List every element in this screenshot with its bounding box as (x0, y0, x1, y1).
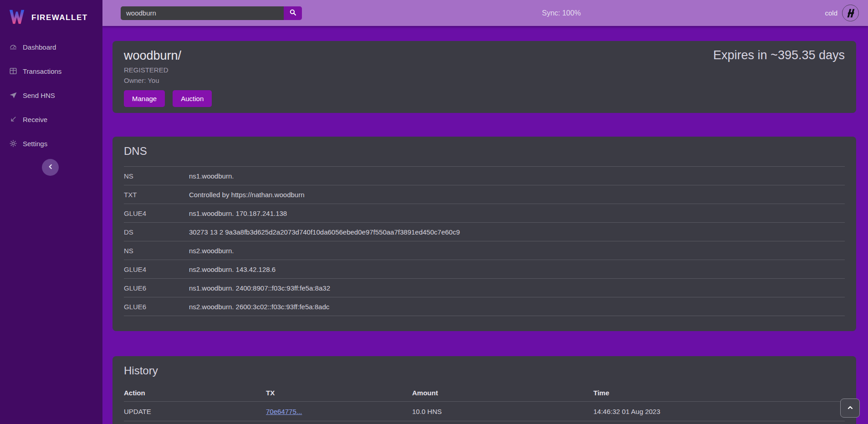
history-time: 14:46:32 01 Aug 2023 (593, 408, 845, 415)
dns-record-type: NS (124, 247, 189, 255)
history-row: UPDATE 70e64775... 10.0 HNS 14:46:32 01 … (124, 402, 845, 421)
history-title: History (124, 364, 845, 377)
domain-card-left: woodburn/ REGISTERED Owner: You Manage A… (124, 48, 212, 106)
wallet-name: cold (825, 9, 837, 17)
domain-expiry: Expires in ~395.35 days (713, 48, 845, 106)
brand-name: FIREWALLET (31, 13, 88, 22)
topbar-right: cold (825, 5, 859, 21)
dns-title: DNS (124, 145, 845, 158)
firewallet-logo-icon (8, 8, 26, 27)
dns-record-type: TXT (124, 191, 189, 199)
topbar: Sync: 100% cold (102, 0, 868, 26)
gear-icon (9, 139, 17, 148)
dns-record-type: GLUE6 (124, 303, 189, 311)
dns-record-value: ns2.woodburn. 2600:3c02::f03c:93ff:fe5a:… (189, 303, 845, 311)
dns-record-type: DS (124, 228, 189, 236)
history-col-tx: TX (266, 389, 412, 397)
dns-record-row: NS ns1.woodburn. (124, 167, 845, 185)
dns-card: DNS NS ns1.woodburn. TXT Controlled by h… (112, 137, 856, 331)
sidebar-collapse-button[interactable] (42, 159, 59, 176)
dns-record-type: NS (124, 172, 189, 180)
history-header-row: Action TX Amount Time (124, 384, 845, 402)
search-input[interactable] (121, 6, 284, 20)
domain-status: REGISTERED (124, 66, 212, 74)
dns-record-row: DS 30273 13 2 9a3a8fb3d625d2a2073d740f10… (124, 223, 845, 241)
dns-record-type: GLUE4 (124, 266, 189, 273)
handshake-logo-icon[interactable] (842, 5, 859, 21)
sidebar-item-label: Receive (23, 116, 47, 123)
sidebar-nav: Dashboard Transactions Send HNS (0, 40, 102, 150)
history-table: Action TX Amount Time UPDATE 70e64775...… (124, 384, 845, 424)
search-icon (289, 8, 297, 18)
sidebar: FIREWALLET Dashboard Transactions (0, 0, 102, 424)
history-col-time: Time (593, 389, 845, 397)
domain-card: woodburn/ REGISTERED Owner: You Manage A… (112, 41, 856, 113)
history-row: RENEW d76e2c4... 10.0 HNS 15:47:22 07 Ju… (124, 421, 845, 424)
dns-record-value: ns1.woodburn. 170.187.241.138 (189, 209, 845, 217)
tx-link[interactable]: 70e64775... (266, 408, 302, 415)
brand[interactable]: FIREWALLET (0, 0, 102, 30)
sidebar-item-label: Transactions (23, 67, 61, 75)
dns-table: NS ns1.woodburn. TXT Controlled by https… (124, 166, 845, 316)
dns-record-row: GLUE6 ns2.woodburn. 2600:3c02::f03c:93ff… (124, 297, 845, 316)
search-bar (121, 6, 302, 20)
dns-record-row: GLUE6 ns1.woodburn. 2400:8907::f03c:93ff… (124, 279, 845, 297)
sidebar-item-send-hns[interactable]: Send HNS (0, 88, 102, 102)
dns-record-value: 30273 13 2 9a3a8fb3d625d2a2073d740f10da6… (189, 228, 845, 236)
history-col-action: Action (124, 389, 266, 397)
history-action: UPDATE (124, 408, 266, 415)
gauge-icon (9, 43, 17, 51)
table-icon (9, 67, 17, 75)
sidebar-item-transactions[interactable]: Transactions (0, 64, 102, 78)
domain-owner: Owner: You (124, 77, 212, 84)
sidebar-item-label: Send HNS (23, 92, 55, 99)
dns-record-value: ns1.woodburn. 2400:8907::f03c:93ff:fe5a:… (189, 284, 845, 292)
dns-record-value: ns2.woodburn. (189, 247, 845, 255)
dns-record-value: ns1.woodburn. (189, 172, 845, 180)
chevron-left-icon (47, 163, 54, 172)
dns-record-value: ns2.woodburn. 143.42.128.6 (189, 266, 845, 273)
history-col-amount: Amount (412, 389, 593, 397)
history-amount: 10.0 HNS (412, 408, 593, 415)
dns-record-value: Controlled by https://nathan.woodburn (189, 191, 845, 199)
sidebar-item-settings[interactable]: Settings (0, 137, 102, 150)
main-content: woodburn/ REGISTERED Owner: You Manage A… (102, 26, 868, 424)
manage-button[interactable]: Manage (124, 90, 165, 107)
dns-record-type: GLUE6 (124, 284, 189, 292)
scroll-to-top-button[interactable] (840, 398, 860, 418)
dns-record-row: GLUE4 ns1.woodburn. 170.187.241.138 (124, 204, 845, 223)
sidebar-item-label: Settings (23, 140, 47, 148)
receive-icon (9, 115, 17, 123)
sync-status: Sync: 100% (542, 9, 581, 17)
history-rows: UPDATE 70e64775... 10.0 HNS 14:46:32 01 … (124, 402, 845, 424)
dns-record-row: TXT Controlled by https://nathan.woodbur… (124, 185, 845, 204)
dns-record-type: GLUE4 (124, 209, 189, 217)
search-button[interactable] (284, 6, 302, 20)
domain-buttons: Manage Auction (124, 90, 212, 107)
dns-record-row: GLUE4 ns2.woodburn. 143.42.128.6 (124, 260, 845, 279)
sidebar-item-label: Dashboard (23, 43, 56, 51)
auction-button[interactable]: Auction (173, 90, 212, 107)
dns-record-row: NS ns2.woodburn. (124, 241, 845, 260)
send-icon (9, 91, 17, 99)
sidebar-item-dashboard[interactable]: Dashboard (0, 40, 102, 54)
sidebar-item-receive[interactable]: Receive (0, 112, 102, 126)
history-card: History Action TX Amount Time UPDATE 70e… (112, 356, 856, 424)
domain-title: woodburn/ (124, 48, 212, 64)
caret-up-icon (847, 404, 854, 413)
main-column: Sync: 100% cold woodburn/ REGISTERED Own… (102, 0, 868, 424)
